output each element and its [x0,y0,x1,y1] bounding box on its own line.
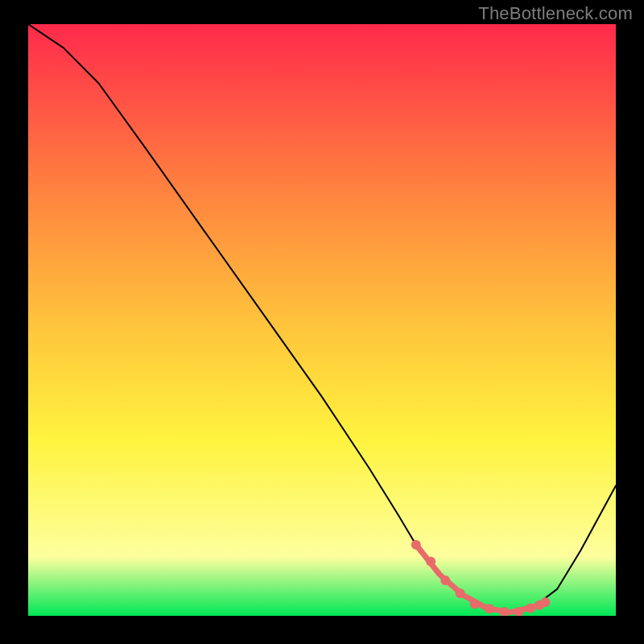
highlight-dot [540,597,550,607]
chart-frame: TheBottleneck.com [0,0,644,644]
highlight-dot [411,540,421,550]
watermark-text: TheBottleneck.com [478,3,633,24]
highlight-dot [456,588,465,598]
highlight-dot [485,604,494,613]
plot-area [28,24,616,616]
highlight-dot [470,599,480,609]
gradient-bg [28,24,616,616]
highlight-dot [440,576,450,585]
chart-svg [28,24,616,616]
highlight-dot [526,603,535,613]
highlight-dot [426,556,436,566]
